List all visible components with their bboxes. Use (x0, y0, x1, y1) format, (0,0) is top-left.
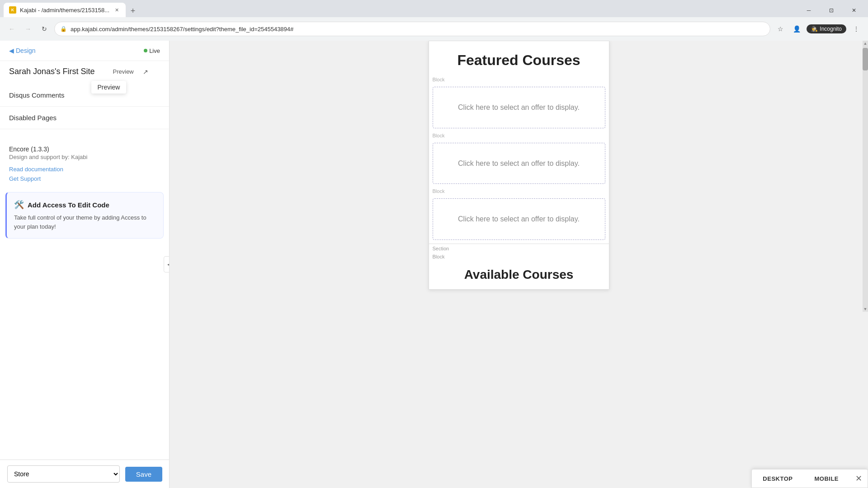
active-tab[interactable]: K Kajabi - /admin/themes/2153158... ✕ (4, 3, 126, 17)
block-label-2: Block (429, 132, 609, 139)
available-courses-section: Section Block Available Courses (429, 244, 609, 289)
responsive-close-button[interactable]: ✕ (849, 469, 868, 488)
more-options-icon[interactable]: ⋮ (850, 23, 863, 35)
sidebar: ◀ Design Live Sarah Jonas's First Site P… (0, 41, 170, 488)
offer-block-2[interactable]: Click here to select an offer to display… (433, 143, 605, 184)
get-support-link[interactable]: Get Support (9, 175, 160, 182)
desktop-button[interactable]: DESKTOP (752, 470, 803, 488)
back-label: Design (16, 47, 36, 54)
back-nav-button[interactable]: ← (5, 23, 18, 35)
offer-placeholder-1: Click here to select an offer to display… (458, 103, 580, 111)
sidebar-header: ◀ Design Live (0, 41, 169, 61)
offer-placeholder-2: Click here to select an offer to display… (458, 160, 580, 167)
read-documentation-link[interactable]: Read documentation (9, 166, 160, 173)
access-card-description: Take full control of your theme by addin… (14, 213, 156, 231)
tab-bar: K Kajabi - /admin/themes/2153158... ✕ + … (0, 0, 868, 17)
forward-nav-button[interactable]: → (22, 23, 34, 35)
tab-favicon: K (9, 6, 16, 14)
scroll-down-arrow[interactable]: ▼ (863, 306, 868, 312)
bookmark-icon[interactable]: ☆ (774, 23, 787, 35)
close-window-button[interactable]: ✕ (844, 4, 864, 17)
back-arrow-icon: ◀ (9, 47, 14, 54)
new-tab-button[interactable]: + (127, 5, 139, 17)
scroll-up-arrow[interactable]: ▲ (863, 41, 868, 46)
block-label-1: Block (429, 76, 609, 83)
access-card[interactable]: 🛠️ Add Access To Edit Code Take full con… (5, 192, 164, 239)
incognito-label: Incognito (820, 26, 842, 32)
access-card-title-text: Add Access To Edit Code (28, 201, 109, 209)
featured-courses-title: Featured Courses (436, 52, 602, 69)
live-dot (144, 49, 147, 52)
offer-block-3[interactable]: Click here to select an offer to display… (433, 198, 605, 240)
external-link-icon[interactable]: ↗ (143, 68, 148, 75)
featured-courses-section: Featured Courses Block Click here to sel… (429, 41, 609, 240)
bottom-bar: Store Landing Page Blog Podcast Save (0, 460, 170, 488)
site-name-row: Sarah Jonas's First Site Preview Preview… (0, 61, 169, 80)
browser-chrome: K Kajabi - /admin/themes/2153158... ✕ + … (0, 0, 868, 41)
disqus-comments-label: Disqus Comments (9, 91, 65, 99)
preview-tooltip: Preview (91, 81, 127, 94)
access-card-title: 🛠️ Add Access To Edit Code (14, 200, 156, 210)
preview-pane: Featured Courses Block Click here to sel… (429, 41, 609, 290)
available-courses-title: Available Courses (429, 260, 609, 289)
address-bar[interactable]: 🔒 app.kajabi.com/admin/themes/2153158267… (54, 22, 770, 36)
browser-toolbar: ← → ↻ 🔒 app.kajabi.com/admin/themes/2153… (0, 17, 868, 41)
offer-placeholder-3: Click here to select an offer to display… (458, 215, 580, 223)
sidebar-collapse-button[interactable]: ◀ (164, 256, 170, 272)
access-card-icon: 🛠️ (14, 200, 24, 210)
responsive-bar: DESKTOP MOBILE ✕ (751, 469, 868, 488)
theme-support: Design and support by: Kajabi (9, 154, 160, 160)
disabled-pages-label: Disabled Pages (9, 114, 57, 122)
sidebar-footer: Encore (1.3.3) Design and support by: Ka… (0, 138, 169, 192)
offer-block-1[interactable]: Click here to select an offer to display… (433, 87, 605, 128)
section-header: Featured Courses (429, 41, 609, 76)
profile-icon[interactable]: 👤 (790, 23, 803, 35)
save-button[interactable]: Save (125, 467, 162, 482)
live-label: Live (149, 47, 160, 54)
tab-close-icon[interactable]: ✕ (113, 6, 120, 14)
mobile-button[interactable]: MOBILE (803, 470, 849, 488)
refresh-button[interactable]: ↻ (38, 23, 51, 35)
sidebar-item-disabled-pages[interactable]: Disabled Pages (0, 107, 169, 129)
block-label-available: Block (429, 253, 609, 260)
sidebar-item-disqus-comments[interactable]: Disqus Comments (0, 84, 169, 107)
url-text: app.kajabi.com/admin/themes/2153158267/s… (71, 26, 764, 33)
block-label-3: Block (429, 188, 609, 195)
tab-title: Kajabi - /admin/themes/2153158... (20, 7, 109, 14)
lock-icon: 🔒 (60, 26, 67, 32)
maximize-button[interactable]: ⊡ (821, 4, 842, 17)
live-status: Live (144, 47, 160, 54)
section-label: Section (429, 244, 609, 253)
incognito-icon: 🕵️ (811, 26, 818, 32)
main-content: Featured Courses Block Click here to sel… (170, 41, 868, 488)
window-controls: ─ ⊡ ✕ (798, 4, 864, 17)
incognito-badge: 🕵️ Incognito (807, 24, 846, 33)
theme-name: Encore (1.3.3) (9, 145, 160, 153)
store-select[interactable]: Store Landing Page Blog Podcast (7, 465, 120, 483)
preview-scrollbar-track[interactable]: ▲ ▼ (863, 41, 868, 312)
site-name: Sarah Jonas's First Site (9, 67, 95, 76)
minimize-button[interactable]: ─ (798, 4, 819, 17)
back-to-design-button[interactable]: ◀ Design (9, 47, 36, 54)
preview-label[interactable]: Preview (109, 66, 137, 77)
scrollbar-thumb[interactable] (863, 48, 868, 70)
